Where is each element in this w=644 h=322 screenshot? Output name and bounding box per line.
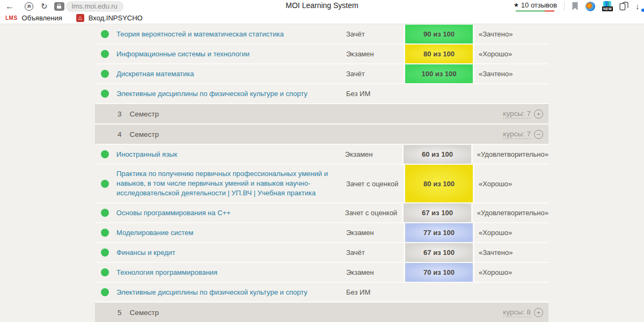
score-cell: 80 из 100	[404, 45, 474, 63]
status-dot-icon	[101, 70, 109, 78]
score-cell	[404, 84, 474, 103]
semester-header-row: 3 Семестр курсы: 7 +	[95, 104, 548, 125]
table-row: Моделирование систем Экзамен 77 из 100 «…	[95, 223, 548, 243]
course-link[interactable]: Элективные дисциплины по физической куль…	[116, 288, 308, 297]
browser-toolbar: ← Я ↻ lms.moi.edu.ru MOI Learning System…	[0, 0, 644, 12]
new-extension-icon[interactable]: NEW	[602, 1, 612, 11]
score-badge: 80 из 100	[405, 45, 473, 63]
table-row: Иностранный язык Экзамен 60 из 100 «Удов…	[95, 145, 548, 165]
course-link[interactable]: Элективные дисциплины по физической куль…	[116, 89, 308, 99]
address-bar[interactable]: lms.moi.edu.ru	[66, 1, 123, 12]
course-link[interactable]: Дискретная математика	[116, 69, 194, 79]
score-badge: 67 из 100	[405, 243, 473, 262]
grades-table: Теория вероятностей и математическая ста…	[95, 25, 548, 322]
score-cell	[404, 283, 474, 302]
back-icon[interactable]: ←	[5, 2, 14, 11]
status-dot-icon	[101, 180, 109, 188]
score-cell: 90 из 100	[404, 25, 474, 43]
score-badge: 100 из 100	[405, 64, 473, 83]
rating-bar	[516, 10, 554, 12]
courses-count-link[interactable]: курсы: 8	[503, 308, 531, 317]
lms-logo-icon: LMS	[5, 15, 18, 21]
grade-text: «Хорошо»	[474, 165, 548, 202]
score-cell: 60 из 100	[402, 145, 472, 164]
courses-count-link[interactable]: курсы: 7	[503, 130, 531, 139]
score-badge: 67 из 100	[404, 203, 471, 222]
course-link[interactable]: Финансы и кредит	[116, 248, 175, 258]
score-cell: 80 из 100	[404, 165, 474, 202]
reviews-widget[interactable]: ★ 10 отзывов	[514, 1, 557, 12]
exam-type: Зачёт	[346, 64, 404, 83]
bookmarks-bar: LMS Объявления △ Вход.INPSYCHO	[0, 12, 644, 24]
bookmark-icon[interactable]	[572, 2, 579, 11]
browser-orb-icon[interactable]	[586, 2, 595, 11]
semester-number: 4	[95, 130, 122, 138]
semester-header-row: 4 Семестр курсы: 7 −	[95, 125, 548, 145]
toolbar-right-cluster: ★ 10 отзывов NEW	[514, 0, 644, 12]
table-row: Информационные системы и технологии Экза…	[95, 45, 548, 64]
semester-number: 3	[95, 110, 122, 118]
score-badge: 90 из 100	[405, 25, 473, 43]
grade-text: «Зачтено»	[474, 64, 548, 83]
course-link[interactable]: Моделирование систем	[116, 228, 193, 238]
exam-type: Экзамен	[345, 145, 402, 164]
table-row: Дискретная математика Зачёт 100 из 100 «…	[95, 64, 548, 84]
exam-type: Без ИМ	[346, 84, 404, 103]
course-link[interactable]: Практика по получению первичных професси…	[116, 169, 340, 198]
refresh-icon[interactable]: ↻	[41, 2, 48, 10]
grade-text: «Хорошо»	[474, 263, 548, 282]
courses-count-link[interactable]: курсы: 7	[503, 109, 531, 119]
exam-type: Экзамен	[346, 45, 404, 63]
yandex-home-icon[interactable]: Я	[25, 2, 33, 11]
inpsycho-logo-icon: △	[76, 14, 84, 22]
score-cell: 70 из 100	[404, 263, 474, 282]
bookmark-item-announcements[interactable]: LMS Объявления	[5, 14, 62, 22]
browser-chrome: ← Я ↻ lms.moi.edu.ru MOI Learning System…	[0, 0, 644, 24]
grade-text: «Удовлетворительно»	[473, 203, 548, 222]
status-dot-icon	[101, 90, 109, 98]
grade-text: «Удовлетворительно»	[473, 145, 548, 164]
grade-text: «Хорошо»	[474, 45, 548, 63]
grade-text: «Зачтено»	[474, 243, 548, 262]
score-badge: 70 из 100	[405, 263, 473, 282]
semester-courses-toggle[interactable]: курсы: 7 +	[503, 109, 548, 119]
table-row: Элективные дисциплины по физической куль…	[95, 84, 548, 104]
exam-type: Зачёт	[346, 25, 404, 43]
lock-icon[interactable]	[54, 2, 64, 11]
status-dot-icon	[101, 209, 109, 217]
toggle-icon[interactable]: −	[534, 130, 543, 139]
semester-courses-toggle[interactable]: курсы: 8 +	[503, 308, 548, 317]
table-row: Элективные дисциплины по физической куль…	[95, 283, 548, 303]
exam-type: Зачёт	[346, 243, 404, 262]
download-icon[interactable]: ↓	[635, 2, 643, 11]
score-cell: 77 из 100	[404, 223, 474, 242]
grade-text: «Зачтено»	[474, 25, 548, 43]
star-icon: ★	[514, 2, 519, 9]
status-dot-icon	[101, 268, 109, 276]
exam-type: Экзамен	[346, 223, 404, 242]
course-link[interactable]: Технология программирования	[116, 268, 217, 277]
status-dot-icon	[101, 30, 109, 38]
semester-label: Семестр	[122, 110, 159, 118]
score-badge: 60 из 100	[404, 145, 471, 164]
course-link[interactable]: Теория вероятностей и математическая ста…	[116, 30, 284, 39]
course-link[interactable]: Основы программирования на C++	[116, 208, 231, 218]
course-link[interactable]: Иностранный язык	[116, 150, 177, 159]
table-row: Технология программирования Экзамен 70 и…	[95, 263, 548, 283]
table-row: Финансы и кредит Зачёт 67 из 100 «Зачтен…	[95, 243, 548, 263]
download-notification-dot	[641, 9, 644, 12]
toolbar-divider	[564, 2, 565, 11]
toggle-icon[interactable]: +	[534, 308, 543, 317]
bookmark-label: Объявления	[22, 14, 62, 22]
exam-type: Зачет с оценкой	[346, 165, 404, 202]
exam-type: Без ИМ	[346, 283, 404, 302]
semester-number: 5	[95, 309, 122, 317]
table-row: Практика по получению первичных професси…	[95, 165, 548, 203]
page-content: Теория вероятностей и математическая ста…	[0, 25, 644, 322]
status-dot-icon	[101, 248, 109, 257]
collections-icon[interactable]	[619, 2, 628, 11]
course-link[interactable]: Информационные системы и технологии	[116, 49, 250, 59]
toggle-icon[interactable]: +	[534, 109, 543, 119]
semester-courses-toggle[interactable]: курсы: 7 −	[503, 130, 548, 139]
bookmark-item-inpsycho[interactable]: △ Вход.INPSYCHO	[76, 14, 143, 22]
